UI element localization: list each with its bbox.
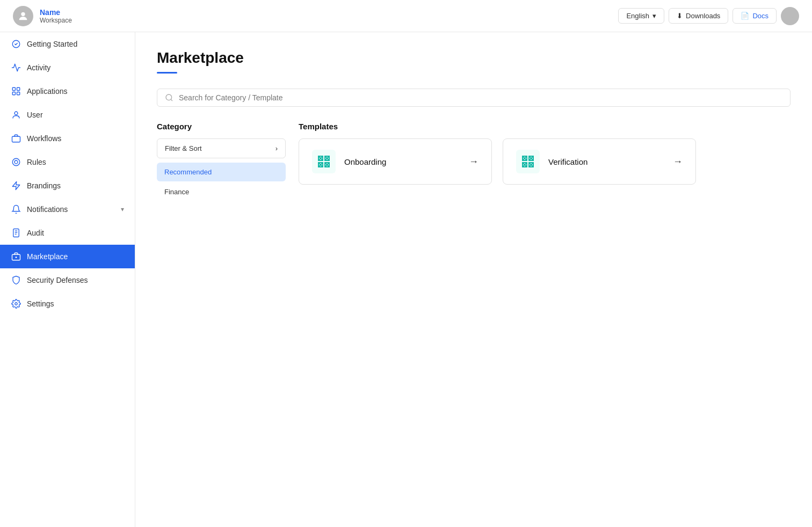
filter-sort-button[interactable]: Filter & Sort › — [157, 138, 286, 158]
verification-icon — [516, 150, 540, 173]
svg-point-9 — [12, 158, 20, 166]
language-label: English — [626, 12, 649, 20]
svg-rect-8 — [12, 136, 20, 142]
sidebar-item-rules[interactable]: Rules — [0, 150, 135, 174]
category-list: Recommended Finance — [157, 163, 286, 201]
arrow-right-icon-verification: → — [673, 156, 683, 167]
sidebar-item-workflows[interactable]: Workflows — [0, 127, 135, 150]
svg-rect-3 — [12, 87, 15, 90]
category-item-finance[interactable]: Finance — [157, 182, 286, 201]
sidebar-item-getting-started[interactable]: Getting Started — [0, 32, 135, 56]
header-user-info: Name Workspace — [40, 8, 72, 24]
layout: Getting Started Activity Applications Us… — [0, 32, 812, 527]
arrow-right-icon: → — [469, 156, 479, 167]
main-content: Marketplace Category Filter & Sort › — [135, 32, 812, 527]
svg-marker-11 — [12, 182, 20, 190]
category-panel: Category Filter & Sort › Recommended Fin… — [157, 122, 286, 201]
header-left: Name Workspace — [13, 6, 72, 26]
category-title: Category — [157, 122, 286, 131]
templates-grid: Onboarding → — [299, 138, 791, 185]
template-name-verification: Verification — [548, 157, 588, 166]
svg-rect-6 — [17, 92, 20, 95]
sidebar: Getting Started Activity Applications Us… — [0, 32, 135, 527]
user-icon — [11, 109, 21, 120]
category-label-recommended: Recommended — [164, 168, 212, 176]
sidebar-item-user[interactable]: User — [0, 103, 135, 127]
template-name-onboarding: Onboarding — [344, 157, 386, 166]
docs-label: Docs — [752, 12, 769, 20]
sidebar-label-rules: Rules — [27, 158, 124, 166]
briefcase-icon — [11, 133, 21, 144]
svg-point-7 — [15, 112, 18, 115]
sidebar-label-security-defenses: Security Defenses — [27, 276, 124, 284]
svg-rect-4 — [17, 87, 20, 90]
sidebar-item-activity[interactable]: Activity — [0, 56, 135, 79]
filter-sort-label: Filter & Sort — [165, 144, 202, 152]
docs-icon: 📄 — [741, 12, 749, 20]
content-grid: Category Filter & Sort › Recommended Fin… — [157, 122, 791, 201]
template-card-onboarding[interactable]: Onboarding → — [299, 138, 492, 185]
sidebar-label-audit: Audit — [27, 229, 124, 237]
lightning-icon — [11, 180, 21, 191]
svg-point-19 — [15, 303, 18, 305]
sidebar-label-activity: Activity — [27, 63, 124, 72]
svg-point-0 — [21, 12, 25, 16]
templates-panel: Templates — [299, 122, 791, 201]
sidebar-label-applications: Applications — [27, 87, 124, 96]
sidebar-label-notifications: Notifications — [27, 205, 115, 214]
language-selector[interactable]: English ▾ — [618, 8, 664, 24]
chevron-down-icon: ▾ — [653, 12, 656, 20]
sidebar-label-marketplace: Marketplace — [27, 252, 124, 261]
downloads-label: Downloads — [686, 12, 720, 20]
shield-icon — [11, 275, 21, 286]
sidebar-item-notifications[interactable]: Notifications ▾ — [0, 197, 135, 221]
clipboard-icon — [11, 228, 21, 238]
bell-icon — [11, 204, 21, 215]
sidebar-item-marketplace[interactable]: Marketplace — [0, 245, 135, 268]
downloads-button[interactable]: ⬇ Downloads — [669, 8, 728, 24]
search-input[interactable] — [179, 93, 782, 102]
flag-icon — [11, 39, 21, 49]
chevron-down-icon: ▾ — [121, 206, 124, 213]
svg-rect-5 — [12, 92, 15, 95]
sidebar-item-settings[interactable]: Settings — [0, 292, 135, 316]
onboarding-icon — [312, 150, 336, 173]
sidebar-item-brandings[interactable]: Brandings — [0, 174, 135, 197]
target-icon — [11, 157, 21, 167]
header-user-name: Name — [40, 8, 72, 17]
svg-rect-23 — [516, 150, 540, 173]
sidebar-item-applications[interactable]: Applications — [0, 79, 135, 103]
svg-rect-22 — [312, 150, 336, 173]
download-icon: ⬇ — [677, 12, 683, 20]
page-title: Marketplace — [157, 49, 791, 67]
header-right: English ▾ ⬇ Downloads 📄 Docs — [618, 7, 799, 25]
header: Name Workspace English ▾ ⬇ Downloads 📄 D… — [0, 0, 812, 32]
sidebar-label-brandings: Brandings — [27, 181, 124, 190]
sidebar-item-security-defenses[interactable]: Security Defenses — [0, 268, 135, 292]
suitcase-icon — [11, 251, 21, 262]
title-underline — [157, 72, 177, 74]
category-item-recommended[interactable]: Recommended — [157, 163, 286, 181]
search-bar — [157, 89, 791, 107]
template-card-left: Onboarding — [312, 150, 386, 173]
template-card-verification[interactable]: Verification → — [503, 138, 696, 185]
search-icon — [165, 93, 173, 102]
gear-icon — [11, 298, 21, 309]
header-workspace: Workspace — [40, 17, 72, 24]
sidebar-item-audit[interactable]: Audit — [0, 221, 135, 245]
user-avatar[interactable] — [13, 6, 33, 26]
activity-icon — [11, 62, 21, 73]
svg-point-10 — [15, 160, 18, 164]
svg-point-1 — [788, 12, 792, 16]
docs-button[interactable]: 📄 Docs — [733, 8, 777, 24]
sidebar-label-user: User — [27, 111, 124, 119]
sidebar-label-settings: Settings — [27, 299, 124, 308]
svg-rect-12 — [13, 229, 19, 237]
sidebar-label-getting-started: Getting Started — [27, 40, 124, 48]
header-profile-avatar[interactable] — [781, 7, 799, 25]
template-card-left-verification: Verification — [516, 150, 588, 173]
grid-icon — [11, 86, 21, 97]
category-label-finance: Finance — [164, 188, 189, 196]
svg-line-21 — [171, 99, 172, 101]
svg-point-20 — [166, 94, 172, 100]
